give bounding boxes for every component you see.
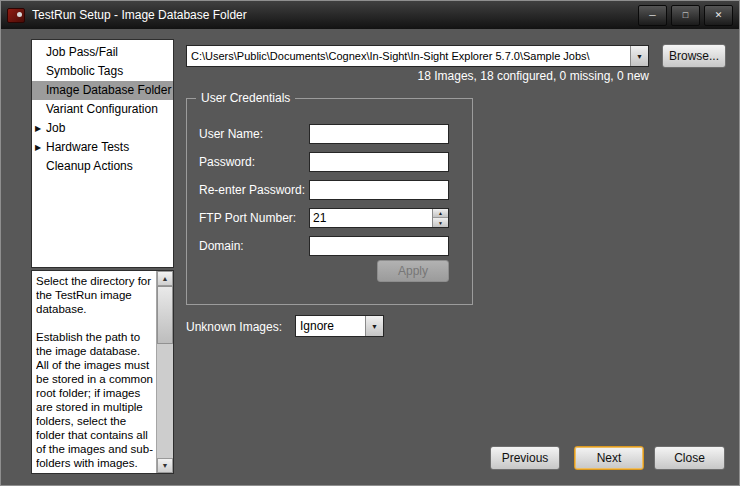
- unknown-images-value: Ignore: [300, 316, 365, 336]
- nav-item-label: Image Database Folder: [46, 83, 171, 97]
- domain-field[interactable]: [309, 236, 449, 256]
- setup-nav-list: Job Pass/Fail Symbolic Tags Image Databa…: [31, 39, 174, 268]
- spin-down-button[interactable]: ▼: [433, 218, 448, 227]
- nav-item-job[interactable]: ▶Job: [32, 119, 173, 138]
- ftp-port-stepper: ▲ ▼: [309, 208, 449, 228]
- nav-item-hardware-tests[interactable]: ▶Hardware Tests: [32, 138, 173, 157]
- unknown-images-select[interactable]: Ignore ▼: [295, 315, 384, 337]
- scroll-down-button[interactable]: ▼: [157, 458, 173, 473]
- nav-item-cleanup-actions[interactable]: Cleanup Actions: [32, 157, 173, 176]
- user-name-label: User Name:: [199, 127, 263, 141]
- spin-down-icon: ▼: [438, 220, 443, 226]
- scroll-down-icon: ▼: [162, 462, 169, 469]
- nav-item-label: Symbolic Tags: [46, 64, 123, 78]
- minimize-button[interactable]: ─: [638, 5, 667, 26]
- chevron-down-icon: ▼: [371, 323, 378, 330]
- chevron-down-icon: ▼: [636, 53, 643, 60]
- image-database-path-input[interactable]: [187, 46, 638, 66]
- spin-up-icon: ▲: [438, 210, 443, 216]
- user-credentials-group: User Credentials User Name: Password: Re…: [186, 98, 473, 305]
- close-button[interactable]: Close: [654, 446, 725, 470]
- nav-item-label: Hardware Tests: [46, 140, 129, 154]
- nav-item-label: Cleanup Actions: [46, 159, 133, 173]
- scroll-up-icon: ▲: [162, 275, 169, 282]
- scroll-thumb[interactable]: [157, 286, 173, 344]
- maximize-button[interactable]: □: [671, 5, 700, 26]
- next-button[interactable]: Next: [574, 446, 644, 470]
- password-label: Password:: [199, 155, 255, 169]
- maximize-icon: □: [683, 11, 688, 20]
- expand-arrow-icon[interactable]: ▶: [35, 119, 41, 138]
- browse-button[interactable]: Browse...: [662, 44, 726, 68]
- expand-arrow-icon[interactable]: ▶: [35, 138, 41, 157]
- user-name-field[interactable]: [309, 124, 449, 144]
- scroll-up-button[interactable]: ▲: [157, 271, 173, 286]
- images-status-text: 18 Images, 18 configured, 0 missing, 0 n…: [186, 69, 649, 83]
- image-database-path-combo[interactable]: ▼: [186, 45, 649, 67]
- nav-item-label: Job: [46, 121, 65, 135]
- testrun-setup-dialog: TestRun Setup - Image Database Folder ─ …: [0, 0, 740, 486]
- domain-label: Domain:: [199, 239, 244, 253]
- password-field[interactable]: [309, 152, 449, 172]
- nav-item-label: Job Pass/Fail: [46, 45, 118, 59]
- unknown-images-label: Unknown Images:: [186, 320, 282, 334]
- group-title: User Credentials: [196, 91, 295, 105]
- close-window-button[interactable]: ✕: [704, 5, 733, 26]
- description-scrollbar[interactable]: ▲ ▼: [156, 271, 173, 473]
- spinner-column: ▲ ▼: [432, 209, 448, 227]
- reenter-password-label: Re-enter Password:: [199, 183, 305, 197]
- reenter-password-field[interactable]: [309, 180, 449, 200]
- path-dropdown-button[interactable]: ▼: [630, 46, 648, 66]
- minimize-icon: ─: [649, 11, 655, 20]
- description-text: Select the directory for the TestRun ima…: [36, 274, 153, 473]
- ftp-port-field[interactable]: [310, 209, 438, 227]
- nav-item-label: Variant Configuration: [46, 102, 158, 116]
- nav-item-job-pass-fail[interactable]: Job Pass/Fail: [32, 43, 173, 62]
- window-title: TestRun Setup - Image Database Folder: [32, 8, 634, 22]
- title-bar: TestRun Setup - Image Database Folder ─ …: [1, 1, 739, 29]
- nav-item-variant-configuration[interactable]: Variant Configuration: [32, 100, 173, 119]
- ftp-port-label: FTP Port Number:: [199, 211, 296, 225]
- description-panel: Select the directory for the TestRun ima…: [31, 270, 174, 474]
- nav-item-symbolic-tags[interactable]: Symbolic Tags: [32, 62, 173, 81]
- previous-button[interactable]: Previous: [490, 446, 560, 470]
- nav-item-image-database-folder[interactable]: Image Database Folder: [32, 81, 173, 100]
- close-icon: ✕: [715, 11, 723, 20]
- spin-up-button[interactable]: ▲: [433, 209, 448, 218]
- app-icon: [7, 8, 25, 23]
- apply-button[interactable]: Apply: [377, 260, 449, 282]
- unknown-images-dropdown-button[interactable]: ▼: [365, 316, 383, 336]
